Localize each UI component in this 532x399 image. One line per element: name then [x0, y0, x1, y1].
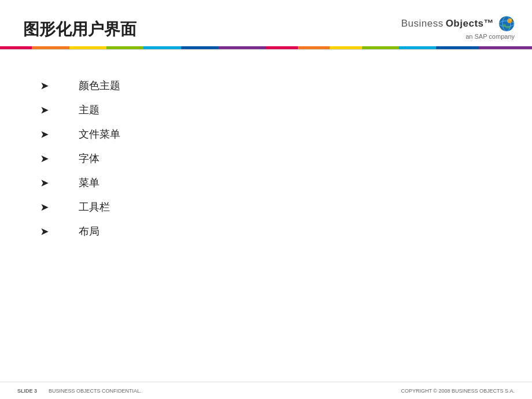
footer: SLIDE 3 BUSINESS OBJECTS CONFIDENTIAL. C… [0, 382, 532, 399]
svg-point-5 [503, 24, 506, 27]
page-title: 图形化用户界面 [23, 19, 136, 40]
list-item: ➤菜单 [23, 176, 509, 190]
svg-point-0 [499, 16, 514, 31]
bullet-arrow-icon: ➤ [40, 226, 50, 237]
bullet-text: 主题 [79, 103, 99, 117]
list-item: ➤文件菜单 [23, 127, 509, 141]
list-item: ➤主题 [23, 103, 509, 117]
logo-brand: Business Objects™ [401, 16, 515, 32]
header: 图形化用户界面 Business Objects™ an SAP company [0, 0, 532, 46]
svg-point-6 [505, 26, 510, 28]
bullet-list: ➤颜色主题➤主题➤文件菜单➤字体➤菜单➤工具栏➤布局 [23, 79, 509, 238]
logo-business-text: Business [401, 18, 444, 29]
content-area: ➤颜色主题➤主题➤文件菜单➤字体➤菜单➤工具栏➤布局 [0, 67, 532, 260]
bullet-arrow-icon: ➤ [40, 129, 50, 140]
list-item: ➤工具栏 [23, 200, 509, 214]
separator-line [0, 49, 532, 50]
bullet-arrow-icon: ➤ [40, 178, 50, 189]
list-item: ➤字体 [23, 152, 509, 165]
footer-confidential-text: BUSINESS OBJECTS CONFIDENTIAL. [49, 388, 142, 394]
logo-area: Business Objects™ an SAP company [401, 16, 515, 40]
bullet-arrow-icon: ➤ [40, 153, 50, 164]
bullet-text: 工具栏 [79, 200, 110, 214]
list-item: ➤颜色主题 [23, 79, 509, 93]
list-item: ➤布局 [23, 224, 509, 238]
bullet-text: 菜单 [79, 176, 99, 190]
footer-copyright-text: COPYRIGHT © 2008 BUSINESS OBJECTS S.A. [401, 388, 515, 394]
footer-slide-number: SLIDE 3 [17, 388, 37, 394]
footer-left: SLIDE 3 BUSINESS OBJECTS CONFIDENTIAL. [17, 388, 142, 394]
bullet-text: 布局 [79, 224, 99, 238]
svg-point-4 [509, 19, 512, 21]
bullet-arrow-icon: ➤ [40, 105, 50, 116]
logo-sap-text: an SAP company [466, 33, 515, 40]
logo-objects-text: Objects™ [446, 18, 494, 29]
bullet-text: 文件菜单 [79, 127, 120, 141]
bullet-arrow-icon: ➤ [40, 202, 50, 213]
bullet-arrow-icon: ➤ [40, 80, 50, 91]
bullet-text: 颜色主题 [79, 79, 120, 93]
bullet-text: 字体 [79, 152, 99, 165]
globe-icon [498, 16, 515, 32]
